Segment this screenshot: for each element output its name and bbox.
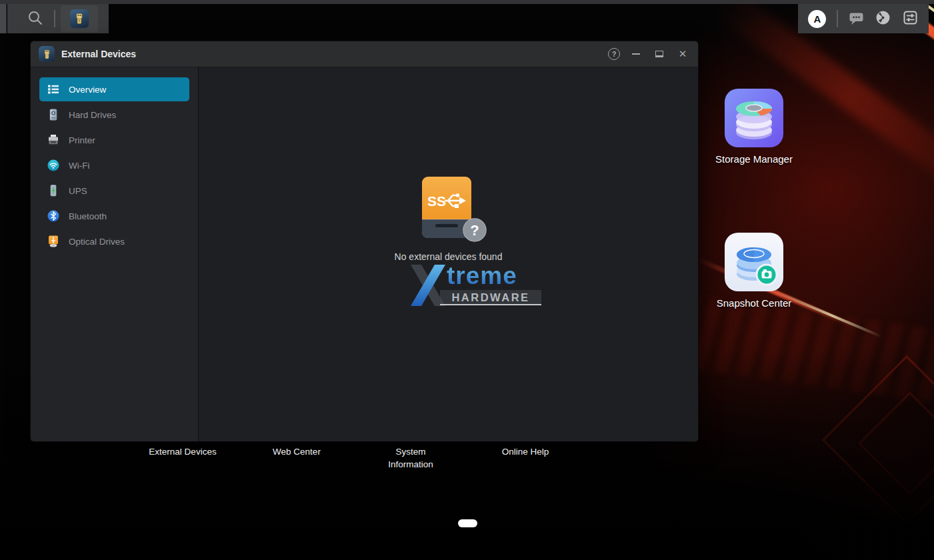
- taskbar-left-stub[interactable]: [0, 4, 7, 33]
- sidebar-item-label: UPS: [69, 186, 87, 196]
- external-devices-window: External Devices ? ✕: [31, 41, 698, 441]
- sidebar-item-label: Overview: [69, 85, 106, 95]
- ups-battery-icon: [47, 184, 60, 197]
- desktop-icon-label: Snapshot Center: [714, 297, 794, 309]
- main-content: SS ? No external devices found: [199, 67, 698, 441]
- storage-manager-icon: [725, 89, 783, 147]
- maximize-button[interactable]: [652, 47, 667, 61]
- usb-app-icon: [70, 9, 89, 28]
- sidebar-item-hard-drives[interactable]: Hard Drives: [39, 103, 189, 127]
- sidebar-item-label: Wi-Fi: [69, 161, 89, 171]
- overview-list-icon: [47, 83, 60, 96]
- sidebar-item-bluetooth[interactable]: Bluetooth: [39, 204, 189, 228]
- activity-monitor-button[interactable]: [875, 9, 891, 28]
- sidebar-item-label: Optical Drives: [69, 237, 125, 247]
- sidebar: Overview Hard Dr: [31, 67, 199, 441]
- superspeed-label: SS: [427, 193, 446, 209]
- desktop-shortcut-external-devices[interactable]: External Devices: [136, 445, 229, 458]
- close-button[interactable]: ✕: [675, 47, 690, 61]
- empty-state-message: No external devices found: [395, 251, 503, 262]
- minimize-icon: [632, 53, 640, 55]
- window-app-icon: [39, 46, 55, 62]
- sidebar-item-label: Printer: [69, 135, 95, 145]
- divider: [54, 10, 55, 27]
- sidebar-item-printer[interactable]: Printer: [39, 128, 189, 152]
- taskbar-app-external-devices[interactable]: [61, 5, 98, 32]
- snapshot-center-icon: [725, 233, 783, 291]
- preference-sliders-icon: [902, 9, 919, 28]
- maximize-icon: [655, 51, 663, 57]
- desktop-shortcut-online-help[interactable]: Online Help: [479, 445, 572, 458]
- desktop: A: [0, 0, 934, 560]
- hard-drive-icon: [47, 108, 60, 121]
- empty-state: SS ? No external devices found: [199, 175, 698, 262]
- notifications-button[interactable]: [848, 10, 865, 28]
- xtreme-hardware-watermark: treme HARDWARE: [407, 265, 545, 307]
- home-indicator[interactable]: [458, 519, 477, 527]
- desktop-icon-label: Storage Manager: [714, 153, 794, 165]
- desktop-shortcut-system-information[interactable]: System Information: [381, 445, 441, 471]
- taskbar-left: [7, 4, 109, 33]
- watermark-subtitle: HARDWARE: [440, 290, 541, 305]
- sidebar-item-overview[interactable]: Overview: [39, 77, 189, 101]
- desktop-icon-snapshot-center[interactable]: Snapshot Center: [714, 233, 794, 309]
- activity-gauge-icon: [875, 9, 891, 28]
- avatar: A: [808, 10, 826, 28]
- sidebar-item-ups[interactable]: UPS: [39, 179, 189, 203]
- sidebar-item-optical-drives[interactable]: Optical Drives: [39, 229, 189, 253]
- preferences-button[interactable]: [902, 9, 919, 28]
- bluetooth-icon: [47, 209, 60, 223]
- optical-drive-icon: [47, 235, 60, 248]
- taskbar-top-strip: [0, 0, 934, 4]
- sidebar-item-label: Bluetooth: [69, 211, 107, 221]
- message-bubble-icon: [848, 10, 865, 28]
- sidebar-item-wifi[interactable]: Wi-Fi: [39, 153, 189, 177]
- usb-storage-icon: SS ?: [410, 175, 487, 247]
- printer-icon: [47, 133, 60, 147]
- wifi-icon: [47, 159, 60, 172]
- window-controls: ? ✕: [608, 47, 690, 61]
- window-titlebar[interactable]: External Devices ? ✕: [31, 41, 698, 67]
- taskbar-right: A: [798, 4, 929, 33]
- user-avatar-button[interactable]: A: [808, 10, 826, 28]
- question-mark: ?: [470, 222, 479, 239]
- search-button[interactable]: [17, 4, 54, 33]
- window-title: External Devices: [61, 49, 601, 59]
- desktop-shortcut-web-center[interactable]: Web Center: [250, 445, 343, 458]
- search-icon: [27, 9, 44, 29]
- watermark-name: treme: [447, 262, 517, 290]
- minimize-button[interactable]: [629, 47, 643, 61]
- divider: [837, 10, 838, 27]
- help-button[interactable]: ?: [608, 48, 620, 60]
- desktop-icon-storage-manager[interactable]: Storage Manager: [714, 89, 794, 165]
- sidebar-item-label: Hard Drives: [69, 110, 116, 120]
